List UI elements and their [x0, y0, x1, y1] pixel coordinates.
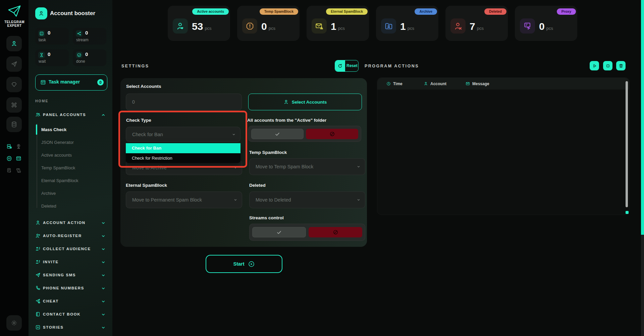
counter-value: 0 — [85, 30, 88, 36]
stat-value: 1pcs — [331, 21, 345, 32]
temp-spamblock-value: Move to Temp Spam Block — [256, 164, 313, 169]
window-scrollbar-thumb[interactable] — [641, 0, 644, 235]
free-accounts-value: Move to Archive — [132, 165, 167, 170]
log-scrollbar[interactable] — [626, 81, 628, 207]
sidebar-item-mass-check[interactable]: Mass Check — [41, 127, 66, 133]
rail-button-premium[interactable] — [6, 77, 22, 92]
chevron-down-icon — [233, 165, 238, 170]
eternal-spamblock-select[interactable]: Move to Permanent Spam Block — [126, 191, 242, 208]
active-folder-toggle — [248, 126, 361, 142]
dropdown-option-check-for-ban[interactable]: Check for Ban — [126, 143, 240, 153]
temp-spamblock-select[interactable]: Move to Temp Spam Block — [249, 158, 365, 175]
select-accounts-button[interactable]: Select Accounts — [248, 94, 362, 110]
streams-no-button[interactable] — [309, 227, 362, 237]
sidebar-item-account-action[interactable]: ACCOUNT ACTION — [35, 220, 106, 226]
document-check-icon[interactable] — [6, 168, 12, 173]
accounts-count-input[interactable] — [126, 94, 242, 110]
sidebar-item-temp-spamblock[interactable]: Temp SpamBlock — [41, 165, 75, 171]
clock-icon — [386, 81, 391, 86]
rail-button-sender[interactable] — [6, 56, 22, 72]
counter-value: 0 — [48, 51, 50, 57]
stat-value: 0pcs — [539, 21, 553, 32]
select-accounts-label: Select Accounts — [126, 84, 161, 89]
clear-log-button[interactable] — [616, 61, 626, 70]
active-folder-yes-button[interactable] — [251, 129, 304, 139]
play-circle-icon — [248, 261, 255, 268]
prohibit-icon — [329, 131, 335, 137]
streams-yes-button[interactable] — [252, 227, 306, 237]
phone-icon — [35, 285, 41, 291]
chevron-down-icon — [101, 312, 106, 317]
sidebar-item-cheat[interactable]: CHEAT — [35, 298, 106, 305]
bot-gear-icon[interactable] — [6, 156, 12, 161]
resize-handle[interactable] — [626, 211, 629, 214]
temp-spamblock-label: Temp SpamBlock — [249, 150, 287, 155]
column-message: Message — [466, 78, 489, 90]
diamond-icon — [11, 81, 17, 88]
settings-title: SETTINGS — [121, 64, 149, 68]
sidebar-item-json-generator[interactable]: JSON Generator — [41, 140, 74, 146]
dropdown-option-check-for-restriction[interactable]: Check for Restriction — [126, 153, 240, 163]
folder-person-icon — [381, 18, 396, 34]
window-scrollbar — [641, 0, 644, 336]
home-section-label: HOME — [35, 99, 49, 103]
hourglass-icon — [38, 52, 45, 58]
counter-label: wait — [39, 59, 46, 64]
status-badge: Eternal SpamBlock — [326, 8, 368, 15]
task-manager-badge: 0 — [97, 79, 104, 86]
sidebar-item-invite[interactable]: INVITE — [35, 259, 106, 266]
rail-button-commands[interactable] — [6, 97, 22, 113]
sidebar-item-label: PANEL ACCOUNTS — [43, 113, 86, 117]
trash-icon — [619, 63, 624, 68]
eternal-spamblock-value: Move to Permanent Spam Block — [132, 197, 202, 203]
active-folder-no-button[interactable] — [306, 129, 358, 139]
sidebar-item-auto-register[interactable]: AUTO-REGISTER — [35, 233, 106, 239]
sidebar-item-active-accounts[interactable]: Active accounts — [41, 153, 72, 158]
rail-button-database[interactable] — [6, 117, 22, 132]
contact-book-icon — [35, 312, 41, 317]
reset-button[interactable]: Reset — [335, 60, 359, 72]
sidebar-item-eternal-spamblock[interactable]: Eternal SpamBlock — [41, 178, 78, 184]
stat-card-archive: Archive 1pcs — [376, 6, 438, 41]
sidebar-item-deleted[interactable]: Deleted — [41, 204, 56, 209]
server-check-icon[interactable] — [6, 144, 12, 149]
check-type-select[interactable]: Check for Ban — [126, 127, 240, 142]
counter-task: 0 task — [35, 28, 69, 45]
stat-card-eternal-spamblock: Eternal SpamBlock 1pcs — [307, 6, 369, 41]
sidebar-item-panel-accounts[interactable]: PANEL ACCOUNTS — [35, 112, 106, 118]
stop-icon — [605, 63, 610, 68]
sidebar-item-phone-numbers[interactable]: PHONE NUMBERS — [35, 285, 106, 292]
rail-button-accounts[interactable] — [6, 36, 22, 51]
stop-button[interactable] — [603, 61, 612, 70]
chevron-down-icon — [101, 299, 106, 304]
sidebar-item-collect-audience[interactable]: COLLECT AUDIENCE — [35, 246, 106, 253]
sidebar-item-stories[interactable]: STORIES — [35, 324, 106, 331]
swap-icon[interactable] — [16, 168, 21, 173]
rail-button-settings[interactable] — [6, 315, 22, 331]
chevron-down-icon — [101, 286, 106, 291]
sidebar-item-archive[interactable]: Archive — [41, 191, 56, 197]
counter-label: done — [76, 59, 85, 64]
counter-value: 0 — [48, 30, 50, 36]
deleted-select[interactable]: Move to Deleted — [249, 191, 365, 208]
paper-plane-plus-icon — [35, 298, 41, 304]
task-manager-button[interactable]: Task manager 0 — [35, 74, 107, 91]
logo-plane-icon — [8, 5, 21, 17]
person-icon — [424, 81, 428, 86]
select-accounts-button-label: Select Accounts — [292, 100, 327, 105]
status-badge: Deleted — [484, 8, 506, 15]
sidebar-item-sending-sms[interactable]: SENDING SMS — [35, 272, 106, 279]
deleted-label: Deleted — [249, 183, 266, 188]
start-button[interactable]: Start — [206, 255, 282, 273]
counter-done: 0 done — [73, 49, 106, 66]
active-folder-label: All accounts from the "Active" folder — [247, 118, 326, 123]
eternal-spamblock-label: Eternal SpamBlock — [126, 183, 167, 188]
code-window-icon[interactable] — [16, 156, 21, 161]
sidebar-item-contact-book[interactable]: CONTACT BOOK — [35, 311, 106, 318]
streams-control-toggle — [249, 224, 365, 241]
run-button[interactable] — [590, 61, 599, 70]
logo-text: TELEGRAM EXPERT — [3, 20, 26, 27]
submenu-guide-line — [37, 123, 37, 208]
webcam-person-icon[interactable] — [16, 144, 21, 149]
person-icon — [38, 10, 44, 16]
